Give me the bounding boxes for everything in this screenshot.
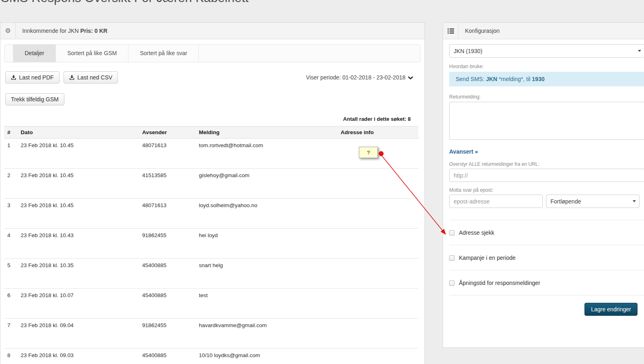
incoming-title-text: Innkommende for JKN <box>22 28 79 34</box>
cell-melding: havardkvamme@gmail.com <box>196 319 337 349</box>
cell-melding: gislehoy@gmail.com <box>196 169 337 199</box>
cell-num: 6 <box>4 289 17 319</box>
cell-avsender: 45400885 <box>139 289 196 319</box>
cell-adresse <box>337 259 418 289</box>
download-icon <box>69 75 75 80</box>
messages-table-wrap: # Dato Avsender Melding Adresse info 1 2… <box>4 126 418 364</box>
col-dato: Dato <box>17 126 139 139</box>
chevron-down-icon <box>408 76 413 79</box>
cell-adresse <box>337 319 418 349</box>
table-header-row: # Dato Avsender Melding Adresse info <box>4 126 418 139</box>
cell-avsender: 41513585 <box>139 169 196 199</box>
how-to-info-box: Send SMS: JKN *melding*, til 1930 <box>449 72 644 86</box>
cell-num: 1 <box>4 139 17 169</box>
advanced-link[interactable]: Avansert » <box>449 148 478 155</box>
table-row: 8 23 Feb 2018 kl. 09.03 45400885 10/10 l… <box>4 349 418 364</box>
config-title-text: Konfigurasjon <box>465 28 500 34</box>
cell-dato: 23 Feb 2018 kl. 10.45 <box>17 199 139 229</box>
cell-num: 4 <box>4 229 17 259</box>
cell-melding: hei loyd <box>196 229 337 259</box>
tab-spacer <box>5 45 13 62</box>
row-count: Antall rader i dette søket: 8 <box>343 116 411 122</box>
config-panel-title: Konfigurasjon <box>458 23 500 39</box>
price-label: Pris: 0 KR <box>80 28 107 34</box>
messages-table: # Dato Avsender Melding Adresse info 1 2… <box>4 126 418 364</box>
cell-melding: loyd.solheim@yahoo.no <box>196 199 337 229</box>
col-avsender: Avsender <box>139 126 196 139</box>
cell-adresse <box>337 349 418 364</box>
table-row: 5 23 Feb 2018 kl. 10.35 45400885 snart h… <box>4 259 418 289</box>
return-message-textarea[interactable] <box>449 102 644 140</box>
how-to-label: Hvordan bruke: <box>449 64 644 69</box>
incoming-panel-title: Innkommende for JKN Pris: 0 KR <box>16 23 107 39</box>
download-pdf-label: Last ned PDF <box>19 74 54 81</box>
cell-melding: snart helg <box>196 259 337 289</box>
tab-sortert-gsm[interactable]: Sortert på like GSM <box>56 45 128 62</box>
download-csv-button[interactable]: Last ned CSV <box>64 71 118 84</box>
return-message-label: Returmelding: <box>449 94 644 100</box>
gear-icon[interactable]: ⚙ <box>5 28 11 34</box>
checkbox-row-adresse-sjekk: Adresse sjekk <box>449 220 644 245</box>
period-selector[interactable]: Viser periode: 01-02-2018 - 23-02-2018 <box>306 74 413 81</box>
service-select[interactable]: JKN (1930) <box>449 44 644 58</box>
cell-num: 5 <box>4 259 17 289</box>
adresse-sjekk-label: Adresse sjekk <box>459 229 494 236</box>
frequency-select-wrap: Fortløpende <box>546 195 640 208</box>
table-row: 6 23 Feb 2018 kl. 10.07 45400885 test <box>4 289 418 319</box>
checkbox-row-kampanje: Kampanje i en periode <box>449 245 644 270</box>
config-panel-header: Konfigurasjon <box>443 23 644 39</box>
col-melding: Melding <box>196 126 337 139</box>
kampanje-label: Kampanje i en periode <box>459 255 516 261</box>
cell-dato: 23 Feb 2018 kl. 10.35 <box>17 259 139 289</box>
cell-dato: 23 Feb 2018 kl. 10.45 <box>17 139 139 169</box>
download-icon <box>11 75 16 80</box>
col-num: # <box>4 126 17 139</box>
override-url-input[interactable] <box>449 169 644 182</box>
tab-detaljer[interactable]: Detaljer <box>13 45 56 62</box>
adresse-sjekk-checkbox[interactable] <box>449 230 454 236</box>
cell-avsender: 48071613 <box>139 199 196 229</box>
cell-avsender: 48071613 <box>139 139 196 169</box>
service-select-wrap: JKN (1930) <box>449 44 644 58</box>
random-gsm-button[interactable]: Trekk tilfeldig GSM <box>5 93 64 105</box>
cell-num: 7 <box>4 319 17 349</box>
cell-melding: tom.rortvedt@hotmail.com <box>196 139 337 169</box>
info-prefix: Send SMS: <box>456 76 486 82</box>
help-tooltip[interactable]: ? <box>359 147 378 158</box>
configuration-panel: Konfigurasjon JKN (1930) Hvordan bruke: … <box>443 22 644 348</box>
cell-adresse <box>337 289 418 319</box>
cell-melding: 10/10 loydks@gmail.com <box>196 349 337 364</box>
cell-num: 2 <box>4 169 17 199</box>
frequency-select[interactable]: Fortløpende <box>546 195 640 208</box>
cell-dato: 23 Feb 2018 kl. 10.45 <box>17 169 139 199</box>
random-gsm-row: Trekk tilfeldig GSM <box>5 93 420 105</box>
cell-num: 3 <box>4 199 17 229</box>
list-icon <box>448 28 454 34</box>
email-label: Motta svar på epost: <box>449 187 644 193</box>
random-gsm-label: Trekk tilfeldig GSM <box>11 96 59 103</box>
apningstid-checkbox[interactable] <box>449 280 454 286</box>
info-keyword: JKN <box>486 76 497 82</box>
page-title: SMS Respons Oversikt For Jæren Kabelnett <box>1 0 249 5</box>
tab-sortert-svar[interactable]: Sortert på like svar <box>128 45 199 62</box>
incoming-panel-header: ⚙ Innkommende for JKN Pris: 0 KR <box>0 23 424 39</box>
panel-settings-cell[interactable]: ⚙ <box>0 23 16 39</box>
cell-adresse <box>337 139 418 169</box>
panel-list-cell[interactable] <box>443 23 458 39</box>
cell-avsender: 91862455 <box>139 229 196 259</box>
save-changes-button[interactable]: Lagre endringer <box>584 303 638 316</box>
kampanje-checkbox[interactable] <box>449 255 454 261</box>
cell-adresse <box>337 199 418 229</box>
cell-adresse <box>337 229 418 259</box>
view-tabs: Detaljer Sortert på like GSM Sortert på … <box>4 44 420 62</box>
email-row: Fortløpende <box>449 195 644 208</box>
download-pdf-button[interactable]: Last ned PDF <box>5 71 60 84</box>
save-row: Lagre endringer <box>449 295 644 316</box>
email-input[interactable] <box>449 195 543 208</box>
checkbox-row-apningstid: Åpningstid for responsmeldinger <box>449 270 644 295</box>
info-middle: *melding*, til <box>497 76 532 82</box>
period-label: Viser periode: 01-02-2018 - 23-02-2018 <box>306 74 405 81</box>
table-row: 2 23 Feb 2018 kl. 10.45 41513585 gisleho… <box>4 169 418 199</box>
cell-melding: test <box>196 289 337 319</box>
table-row: 3 23 Feb 2018 kl. 10.45 48071613 loyd.so… <box>4 199 418 229</box>
